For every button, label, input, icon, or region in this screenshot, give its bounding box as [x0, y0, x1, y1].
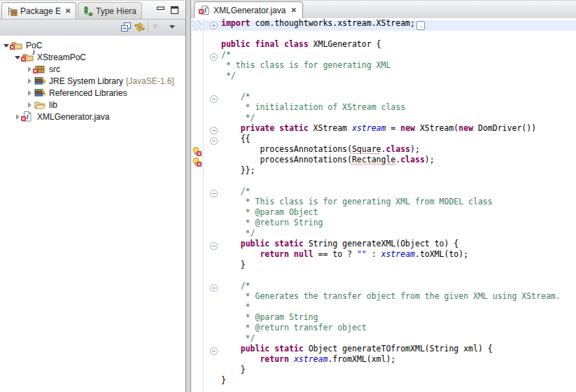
code-line-11: private static XStream xstream = new XSt… [220, 123, 576, 134]
collapse-arrow-icon[interactable] [3, 42, 10, 49]
tree-row-xstreampoc[interactable]: JXStreamPoC [0, 51, 185, 63]
code-segment: .toXML(to); [415, 249, 468, 259]
code-segment: /* [221, 186, 251, 196]
code-segment: "" [357, 249, 367, 259]
code-segment: Rectangle [352, 155, 395, 164]
view-menu-icon [169, 25, 175, 29]
code-line-5: * this class is for generating XML [220, 60, 576, 71]
view-menu-button[interactable] [166, 21, 178, 33]
code-segment: * [221, 302, 251, 312]
folder-open-icon [34, 99, 46, 111]
code-segment: processAnnotations( [221, 144, 352, 154]
code-area[interactable]: import com.thoughtworks.xstream.XStream;… [220, 18, 576, 392]
java-project-icon: J [22, 52, 34, 63]
code-line-12: {{ [220, 134, 576, 144]
tree-row-xmlgenerator-java[interactable]: JXMLGenerator.java [0, 111, 185, 122]
error-badge-icon [21, 113, 26, 123]
code-segment: class [400, 155, 425, 164]
expand-arrow-icon[interactable] [26, 78, 33, 85]
collapse-arrow-icon[interactable] [14, 54, 21, 61]
code-segment: * initialization of XStream class [221, 102, 405, 112]
code-segment: */ [221, 113, 255, 122]
code-segment: ); [410, 144, 420, 154]
java-file-icon: J [22, 111, 34, 122]
fold-collapse-icon[interactable]: − [210, 190, 218, 197]
tree-row-jre-system-library[interactable]: JRE System Library[JavaSE-1.6] [0, 75, 185, 87]
expand-arrow-icon[interactable] [26, 102, 33, 108]
fold-expand-icon[interactable]: + [210, 22, 218, 29]
focus-icon [151, 23, 162, 31]
expand-arrow-icon[interactable] [26, 66, 33, 73]
library-icon [34, 76, 46, 87]
tab-label: Package E [20, 6, 61, 16]
fold-collapse-icon[interactable]: − [210, 242, 218, 250]
fold-collapse-icon[interactable]: − [210, 347, 218, 355]
range-indicator [192, 20, 202, 31]
code-segment: xstream [352, 123, 386, 133]
fold-collapse-icon[interactable]: − [210, 127, 218, 134]
fold-collapse-icon[interactable]: − [210, 284, 218, 292]
tab-package-explorer[interactable]: Package E ✕ [1, 2, 76, 19]
close-icon[interactable]: ✕ [290, 6, 296, 14]
code-segment: = [386, 123, 400, 133]
error-badge-icon [33, 66, 38, 76]
fold-collapse-icon[interactable]: − [210, 53, 218, 61]
expand-arrow-icon[interactable] [14, 113, 21, 120]
link-with-editor-icon [134, 22, 146, 32]
tree-row-poc[interactable]: PoC [0, 39, 185, 51]
link-with-editor-button[interactable] [133, 21, 146, 33]
minimize-button[interactable] [157, 4, 164, 17]
error-badge-icon [199, 6, 204, 16]
code-segment: class [386, 144, 410, 154]
collapse-all-button[interactable] [120, 21, 132, 33]
tree-row-lib[interactable]: lib [0, 99, 185, 111]
error-badge-icon [10, 42, 15, 52]
close-icon[interactable]: ✕ [65, 7, 71, 15]
tab-label: Type Hiera [96, 6, 136, 16]
code-line-3: public final class XMLGenerator { [220, 39, 576, 50]
code-line-34: } [220, 365, 576, 375]
panel-header: Package E ✕ Type Hiera [0, 1, 185, 36]
tree-label: lib [49, 100, 57, 110]
collapsed-imports-box[interactable]: ‥ [416, 21, 425, 30]
code-segment: * @param Object [221, 207, 318, 217]
code-segment: * @return String [221, 218, 323, 227]
code-segment: XMLGenerator { [309, 39, 381, 49]
quickfix-error-marker-icon[interactable] [192, 146, 203, 157]
code-segment [221, 239, 241, 248]
tree-row-src[interactable]: src [0, 63, 185, 75]
project-tree[interactable]: PoCJXStreamPoCsrcJRE System Library[Java… [0, 36, 185, 392]
code-segment: * this class is for generating XML [221, 60, 391, 70]
code-line-24: } [220, 260, 576, 270]
java-file-icon: J [200, 5, 210, 15]
editor-tab-xmlgenerator[interactable]: J XMLGenerator.java ✕ [194, 1, 303, 18]
maximize-button[interactable] [171, 4, 178, 17]
code-segment [289, 354, 294, 364]
code-line-10: */ [220, 113, 576, 123]
maximize-icon [171, 6, 178, 14]
quickfix-error-marker-icon[interactable] [192, 157, 203, 167]
tab-type-hierarchy[interactable]: Type Hiera [78, 2, 142, 19]
code-segment: Object generateTOfromXML(String xml) { [304, 344, 493, 354]
code-line-7 [220, 81, 576, 92]
code-line-22: public static String generateXML(Object … [220, 239, 576, 249]
focus-button-disabled[interactable] [150, 21, 163, 33]
code-line-21: */ [220, 228, 576, 239]
tree-label: Referenced Libraries [49, 88, 127, 98]
fold-collapse-icon[interactable]: − [210, 137, 218, 145]
annotation-ruler[interactable] [191, 18, 204, 392]
package-explorer-panel: Package E ✕ Type Hiera [0, 1, 186, 392]
code-line-16 [220, 176, 576, 186]
fold-collapse-icon[interactable]: − [210, 95, 218, 103]
svg-text:J: J [26, 113, 29, 120]
editor-panel: J XMLGenerator.java ✕ +−−−−−−−− import c… [190, 1, 576, 392]
tree-row-referenced-libraries[interactable]: Referenced Libraries [0, 87, 185, 99]
code-segment: new [458, 123, 473, 133]
package-explorer-icon [7, 6, 17, 16]
code-line-23: return null == to ? "" : xstream.toXML(t… [220, 249, 576, 260]
expand-arrow-icon[interactable] [26, 90, 33, 97]
code-segment: * Generates the transfer object from the… [221, 291, 561, 301]
code-line-8: /* [220, 92, 576, 102]
code-segment: * This class is for generating XML from … [221, 197, 493, 206]
error-badge-icon [21, 54, 26, 64]
